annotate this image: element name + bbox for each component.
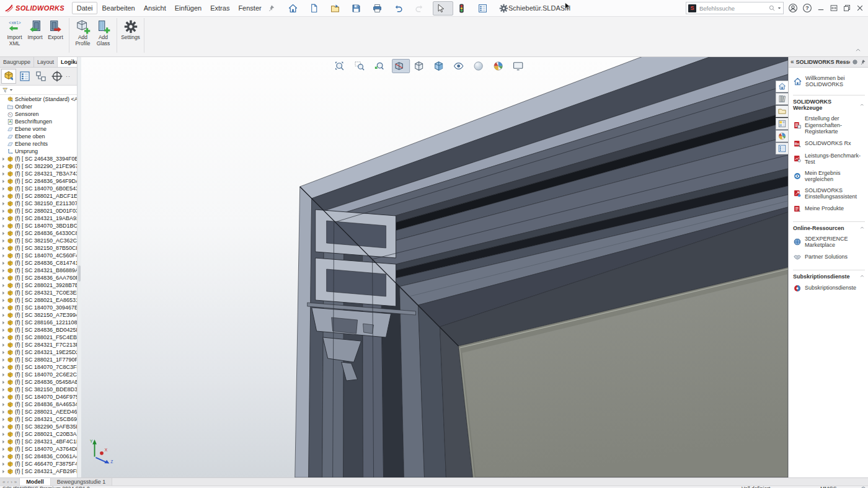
expand-arrow-icon[interactable] xyxy=(1,194,6,198)
ribbon-button[interactable]: Export xyxy=(45,18,66,42)
tree-part-item[interactable]: (f) [ SC 284321_7C0E3E8B-9F41- xyxy=(0,289,81,296)
chevron-up-icon[interactable] xyxy=(859,225,865,231)
menu-item[interactable]: Einfügen xyxy=(170,2,206,14)
resource-link[interactable]: Rx SOLIDWORKS Rx xyxy=(793,140,865,148)
tree-part-item[interactable]: (f) [ SC 284321_19ABA920-F0E3- xyxy=(0,215,81,222)
account-button[interactable] xyxy=(788,3,798,13)
tree-part-item[interactable]: (f) [ SC 184070_A3764D80-0CEF xyxy=(0,445,81,453)
ribbon-collapse-icon[interactable] xyxy=(854,47,862,54)
expand-arrow-icon[interactable] xyxy=(1,283,6,288)
task-pane-options-icon[interactable] xyxy=(852,59,858,65)
tree-part-item[interactable]: (f) [ SC 284836_C8147416-630E~ xyxy=(0,259,81,267)
filter-icon[interactable] xyxy=(2,87,9,94)
tree-part-item[interactable]: (f) [ SC 382290_21FE9674-CD68- xyxy=(0,162,81,170)
resource-link[interactable]: Partner Solutions xyxy=(793,253,865,262)
tree-part-item[interactable]: (f) [ SC 382150_E2113072-2B9B~ xyxy=(0,200,81,207)
filter-caret-icon[interactable] xyxy=(9,88,13,92)
expand-arrow-icon[interactable] xyxy=(1,231,6,236)
toolbar-button[interactable] xyxy=(285,1,306,16)
command-tab[interactable]: Layout xyxy=(34,57,58,67)
expand-arrow-icon[interactable] xyxy=(1,432,6,437)
tab-propertymanager[interactable] xyxy=(17,69,32,84)
expand-arrow-icon[interactable] xyxy=(1,268,6,273)
menu-item[interactable]: Datei xyxy=(72,2,98,14)
task-pane-tab[interactable] xyxy=(776,105,788,117)
headsup-button[interactable] xyxy=(392,59,410,73)
chevron-up-icon[interactable] xyxy=(859,102,865,108)
chevron-up-icon[interactable] xyxy=(859,273,865,279)
tab-configurationmanager[interactable] xyxy=(33,69,48,84)
menu-item[interactable]: Bearbeiten xyxy=(97,2,139,14)
tree-root-item[interactable]: Schiebetür (Standard) <Anzeigestat xyxy=(0,95,81,103)
expand-arrow-icon[interactable] xyxy=(1,246,6,251)
tree-part-item[interactable]: (f) [ SC 466470_F3875F48-04D3~ xyxy=(0,460,81,468)
tree-part-item[interactable]: (f) [ SC 284321_4BF4C1D9-5EA9 xyxy=(0,438,81,445)
tree-part-item[interactable]: (f) [ SC 284836_8A46534F-6E24~ xyxy=(0,401,81,408)
expand-arrow-icon[interactable] xyxy=(1,157,6,161)
ribbon-button[interactable]: Add Profile xyxy=(73,18,93,48)
menu-pin-icon[interactable] xyxy=(268,4,275,12)
model-3d[interactable] xyxy=(81,57,788,477)
collapse-panel-icon[interactable]: « xyxy=(790,59,794,65)
resource-link[interactable]: 3DEXPERIENCE Marketplace xyxy=(793,236,865,249)
expand-arrow-icon[interactable] xyxy=(1,313,6,317)
headsup-button[interactable] xyxy=(491,59,509,73)
tree-item[interactable]: Ebene vorne xyxy=(0,125,81,133)
task-pane-tab[interactable] xyxy=(776,93,788,105)
tree-part-item[interactable]: (f) [ SC 284836_05458AE0-B4F5~ xyxy=(0,378,81,386)
tab-scroll-prev-icon[interactable]: ‹ xyxy=(7,479,9,485)
tree-part-item[interactable]: (f) [ SC 184070_2C6E2CFC-E901 xyxy=(0,371,81,378)
resource-link[interactable]: Subskriptionsdienste xyxy=(793,284,865,293)
search-input[interactable] xyxy=(698,4,766,12)
tree-part-item[interactable]: (f) [ SC 382150_87B50CEA-905B xyxy=(0,244,81,252)
expand-arrow-icon[interactable] xyxy=(1,395,6,399)
headsup-button[interactable] xyxy=(511,59,529,73)
task-pane-tab[interactable] xyxy=(776,81,788,92)
tab-dimxpertmanager[interactable] xyxy=(50,69,64,84)
expand-arrow-icon[interactable] xyxy=(1,358,6,362)
tree-part-item[interactable]: (f) [ SC 288021_1F7790FE-99D4~ xyxy=(0,356,81,363)
tab-featuremanager[interactable] xyxy=(1,69,16,84)
resource-link[interactable]: Mein Ergebnis vergleichen xyxy=(793,170,865,183)
menu-item[interactable]: Fenster xyxy=(234,2,265,14)
headsup-button[interactable] xyxy=(471,59,489,73)
search-caret-icon[interactable] xyxy=(777,6,781,10)
toolbar-button[interactable] xyxy=(327,1,348,16)
expand-arrow-icon[interactable] xyxy=(1,380,6,384)
tab-scroll-next-icon[interactable]: › xyxy=(11,479,12,485)
expand-arrow-icon[interactable] xyxy=(1,462,6,466)
toolbar-button[interactable] xyxy=(348,1,369,16)
manager-tabs-overflow[interactable]: ·· xyxy=(66,73,71,79)
window-minimize-button[interactable] xyxy=(817,4,825,12)
menu-item[interactable]: Ansicht xyxy=(140,2,170,14)
task-pane-tab[interactable] xyxy=(776,143,788,154)
expand-arrow-icon[interactable] xyxy=(1,417,6,422)
search-icon[interactable] xyxy=(768,4,776,12)
tree-part-item[interactable]: (f) [ SC 284321_B86889A8-F467- xyxy=(0,267,81,274)
welcome-link[interactable]: Willkommen bei SOLIDWORKS xyxy=(793,75,865,87)
expand-arrow-icon[interactable] xyxy=(1,239,6,243)
toolbar-button[interactable] xyxy=(433,1,453,16)
tree-part-item[interactable]: (f) [ SC 284836_BD0425D9-4423- xyxy=(0,326,81,334)
expand-arrow-icon[interactable] xyxy=(1,365,6,370)
tree-part-item[interactable]: (f) [ SC 288021_EA865315-DA4D xyxy=(0,296,81,304)
expand-arrow-icon[interactable] xyxy=(1,402,6,407)
expand-arrow-icon[interactable] xyxy=(1,187,6,191)
expand-arrow-icon[interactable] xyxy=(1,298,6,303)
section-header[interactable]: Online-Ressourcen xyxy=(793,225,865,231)
window-fullscreen-button[interactable] xyxy=(830,4,838,12)
expand-arrow-icon[interactable] xyxy=(1,224,6,228)
expand-arrow-icon[interactable] xyxy=(1,388,6,392)
expand-arrow-icon[interactable] xyxy=(1,469,6,474)
toolbar-button[interactable] xyxy=(496,1,516,16)
tree-item[interactable]: A Beschriftungen xyxy=(0,118,81,125)
tree-part-item[interactable]: (f) [ SC 288021_3928B7E1-47F2~ xyxy=(0,282,81,289)
tree-part-item[interactable]: (f) [ SC 382290_5AFB35B2-F55A xyxy=(0,423,81,430)
section-header[interactable]: Subskriptionsdienste xyxy=(793,273,865,280)
expand-arrow-icon[interactable] xyxy=(1,328,6,332)
headsup-button[interactable] xyxy=(372,59,390,73)
tab-scroll-buttons[interactable]: « ‹ › » xyxy=(0,478,20,486)
panel-splitter[interactable] xyxy=(77,57,81,477)
section-header[interactable]: SOLIDWORKS Werkzeuge xyxy=(793,99,865,111)
tree-item[interactable]: Ursprung xyxy=(0,148,81,155)
